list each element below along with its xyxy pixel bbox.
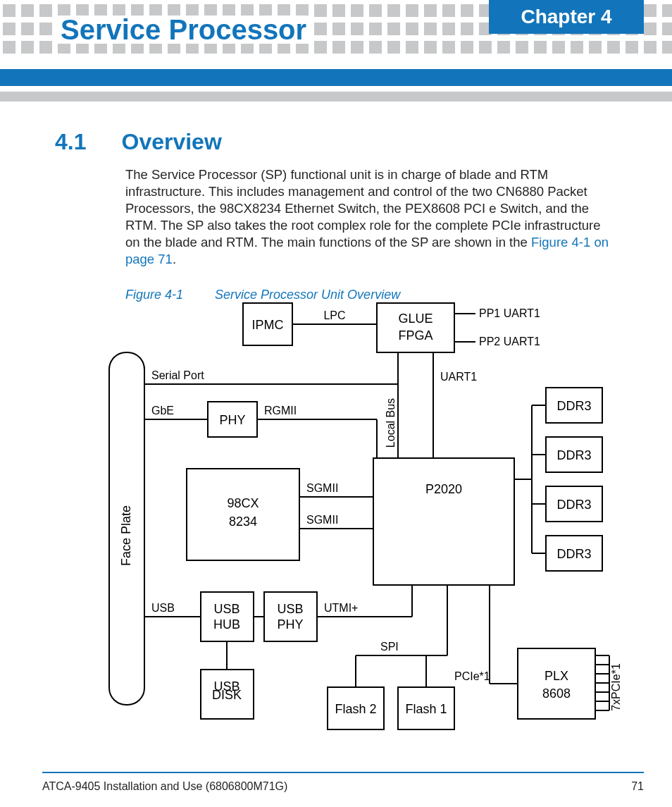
label-pp1-uart: PP1 UART1 [479,307,540,319]
paragraph-tail: . [173,252,176,266]
label-sgmii-2: SGMII [306,514,338,526]
label-ddr3-1: DDR3 [556,399,591,413]
block-usb-hub [201,592,254,641]
label-98cx-2: 8234 [229,515,257,529]
label-phy: PHY [219,413,245,427]
label-ddr3-2: DDR3 [556,448,591,462]
label-98cx-1: 98CX [227,496,259,510]
label-glue-fpga-2: FPGA [398,328,433,343]
label-lpc: LPC [323,309,345,321]
label-ipmc: IPMC [252,318,284,332]
chapter-tab: Chapter 4 [489,0,644,34]
section-heading: 4.1 Overview [55,129,618,155]
label-sgmii-1: SGMII [306,482,338,494]
label-usb-hub-1: USB [213,602,239,616]
label-plx-1: PLX [545,669,568,683]
label-ddr3-3: DDR3 [556,498,591,512]
page-footer: ATCA-9405 Installation and Use (6806800M… [42,780,644,793]
label-flash1: Flash 1 [405,702,447,716]
label-ddr3-4: DDR3 [556,547,591,561]
section-title: Overview [121,129,221,155]
header-rule-gray [0,92,672,101]
footer-page-number: 71 [631,780,644,793]
section-number: 4.1 [55,129,86,155]
section-paragraph: The Service Processor (SP) functional un… [125,166,611,268]
label-usb-disk-2: DISK [212,688,242,702]
block-glue-fpga [377,303,454,352]
page-title: Service Processor [55,16,312,44]
label-pp2-uart: PP2 UART1 [479,335,540,347]
label-glue-fpga-1: GLUE [398,312,433,326]
label-utmi: UTMI+ [324,602,358,614]
label-local-bus: Local Bus [385,398,397,448]
label-usb-phy-1: USB [277,602,303,616]
label-usb: USB [151,602,175,614]
label-p2020: P2020 [425,482,462,496]
block-plx8608 [518,648,595,719]
label-pcie-x1: PCIe*1 [454,670,490,682]
label-face-plate: Face Plate [119,505,133,566]
label-rgmii: RGMII [264,405,297,417]
footer-doc-id: ATCA-9405 Installation and Use (6806800M… [42,780,287,793]
header-rule-blue [0,69,672,86]
label-flash2: Flash 2 [335,702,376,716]
label-serial: Serial Port [151,369,204,381]
label-usb-hub-2: HUB [213,617,240,632]
figure-diagram: Face Plate IPMC GLUE FPGA PP1 UART1 PP2 … [95,296,630,754]
label-7xpcie: 7xPCIe*1 [610,663,622,711]
section-overview: 4.1 Overview The Service Processor (SP) … [55,129,618,302]
block-usb-phy [264,592,317,641]
label-spi: SPI [380,641,399,653]
label-plx-2: 8608 [542,686,571,701]
block-p2020 [373,458,514,585]
paragraph-text: The Service Processor (SP) functional un… [125,167,601,250]
label-gbe: GbE [151,405,174,417]
label-usb-phy-2: PHY [277,617,303,632]
footer-rule [42,772,644,773]
label-uart1: UART1 [440,371,477,383]
